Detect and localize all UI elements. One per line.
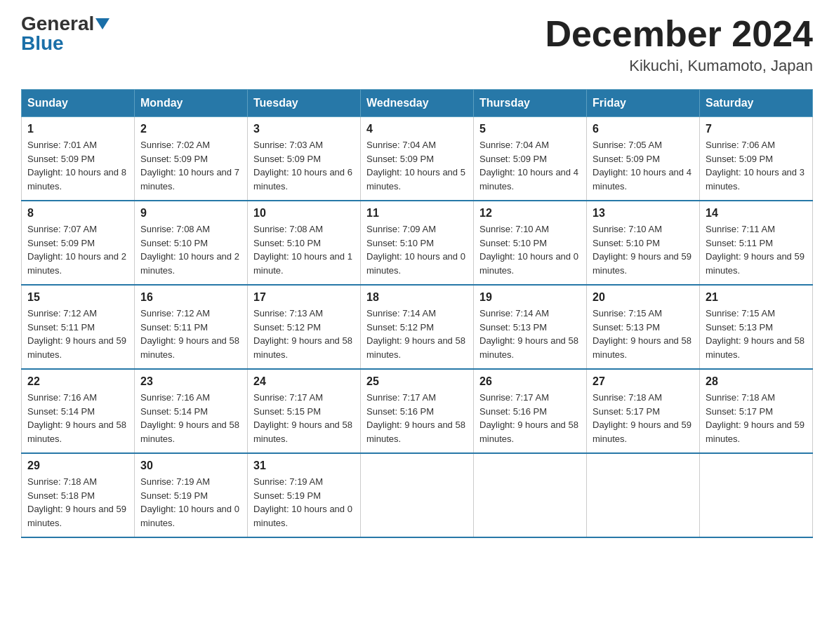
- calendar-day-cell: 3 Sunrise: 7:03 AM Sunset: 5:09 PM Dayli…: [248, 117, 361, 201]
- day-number: 20: [593, 291, 694, 304]
- day-number: 19: [479, 291, 581, 304]
- day-number: 27: [593, 375, 694, 388]
- day-number: 9: [140, 207, 241, 220]
- day-number: 23: [140, 375, 241, 388]
- day-number: 6: [593, 123, 694, 135]
- day-info: Sunrise: 7:04 AM Sunset: 5:09 PM Dayligh…: [479, 138, 581, 193]
- day-number: 12: [479, 207, 581, 220]
- day-number: 25: [366, 375, 468, 388]
- day-number: 2: [140, 123, 241, 135]
- calendar-day-cell: 12 Sunrise: 7:10 AM Sunset: 5:10 PM Dayl…: [474, 201, 587, 285]
- calendar-day-cell: 23 Sunrise: 7:16 AM Sunset: 5:14 PM Dayl…: [135, 369, 248, 453]
- day-info: Sunrise: 7:17 AM Sunset: 5:16 PM Dayligh…: [479, 391, 581, 445]
- day-info: Sunrise: 7:11 AM Sunset: 5:11 PM Dayligh…: [706, 222, 807, 277]
- calendar-week-row: 15 Sunrise: 7:12 AM Sunset: 5:11 PM Dayl…: [22, 285, 813, 369]
- day-info: Sunrise: 7:18 AM Sunset: 5:17 PM Dayligh…: [706, 391, 807, 445]
- calendar-day-cell: [474, 453, 587, 537]
- header-saturday: Saturday: [700, 90, 813, 117]
- day-number: 26: [479, 375, 581, 388]
- header-monday: Monday: [135, 90, 248, 117]
- calendar-day-cell: [700, 453, 813, 537]
- calendar-day-cell: 6 Sunrise: 7:05 AM Sunset: 5:09 PM Dayli…: [587, 117, 700, 201]
- header-tuesday: Tuesday: [248, 90, 361, 117]
- day-number: 28: [706, 375, 807, 388]
- day-number: 10: [253, 207, 355, 220]
- day-info: Sunrise: 7:16 AM Sunset: 5:14 PM Dayligh…: [140, 391, 241, 445]
- day-number: 17: [253, 291, 355, 304]
- header-wednesday: Wednesday: [361, 90, 474, 117]
- calendar-week-row: 1 Sunrise: 7:01 AM Sunset: 5:09 PM Dayli…: [22, 117, 813, 201]
- day-number: 1: [27, 123, 128, 135]
- day-info: Sunrise: 7:10 AM Sunset: 5:10 PM Dayligh…: [593, 222, 694, 277]
- calendar-day-cell: 1 Sunrise: 7:01 AM Sunset: 5:09 PM Dayli…: [22, 117, 135, 201]
- day-info: Sunrise: 7:10 AM Sunset: 5:10 PM Dayligh…: [479, 222, 581, 277]
- calendar-day-cell: [587, 453, 700, 537]
- calendar-week-row: 22 Sunrise: 7:16 AM Sunset: 5:14 PM Dayl…: [22, 369, 813, 453]
- calendar-title: December 2024: [545, 14, 813, 54]
- day-number: 22: [27, 375, 128, 388]
- day-info: Sunrise: 7:09 AM Sunset: 5:10 PM Dayligh…: [366, 222, 468, 277]
- calendar-week-row: 29 Sunrise: 7:18 AM Sunset: 5:18 PM Dayl…: [22, 453, 813, 537]
- header-friday: Friday: [587, 90, 700, 117]
- day-info: Sunrise: 7:06 AM Sunset: 5:09 PM Dayligh…: [706, 138, 807, 193]
- calendar-day-cell: 5 Sunrise: 7:04 AM Sunset: 5:09 PM Dayli…: [474, 117, 587, 201]
- calendar-header-row: Sunday Monday Tuesday Wednesday Thursday…: [22, 90, 813, 117]
- logo-blue: Blue: [21, 34, 64, 53]
- calendar-day-cell: 15 Sunrise: 7:12 AM Sunset: 5:11 PM Dayl…: [22, 285, 135, 369]
- day-info: Sunrise: 7:02 AM Sunset: 5:09 PM Dayligh…: [140, 138, 241, 193]
- day-info: Sunrise: 7:19 AM Sunset: 5:19 PM Dayligh…: [253, 475, 355, 530]
- title-block: December 2024 Kikuchi, Kumamoto, Japan: [545, 14, 813, 75]
- day-info: Sunrise: 7:14 AM Sunset: 5:13 PM Dayligh…: [479, 307, 581, 361]
- calendar-table: Sunday Monday Tuesday Wednesday Thursday…: [21, 89, 813, 538]
- day-info: Sunrise: 7:18 AM Sunset: 5:17 PM Dayligh…: [593, 391, 694, 445]
- calendar-day-cell: 11 Sunrise: 7:09 AM Sunset: 5:10 PM Dayl…: [361, 201, 474, 285]
- calendar-day-cell: 19 Sunrise: 7:14 AM Sunset: 5:13 PM Dayl…: [474, 285, 587, 369]
- calendar-week-row: 8 Sunrise: 7:07 AM Sunset: 5:09 PM Dayli…: [22, 201, 813, 285]
- day-info: Sunrise: 7:01 AM Sunset: 5:09 PM Dayligh…: [27, 138, 128, 193]
- day-number: 5: [479, 123, 581, 135]
- day-number: 16: [140, 291, 241, 304]
- calendar-day-cell: 17 Sunrise: 7:13 AM Sunset: 5:12 PM Dayl…: [248, 285, 361, 369]
- calendar-day-cell: 24 Sunrise: 7:17 AM Sunset: 5:15 PM Dayl…: [248, 369, 361, 453]
- calendar-day-cell: 21 Sunrise: 7:15 AM Sunset: 5:13 PM Dayl…: [700, 285, 813, 369]
- day-info: Sunrise: 7:07 AM Sunset: 5:09 PM Dayligh…: [27, 222, 128, 277]
- calendar-day-cell: 25 Sunrise: 7:17 AM Sunset: 5:16 PM Dayl…: [361, 369, 474, 453]
- day-info: Sunrise: 7:18 AM Sunset: 5:18 PM Dayligh…: [27, 475, 128, 530]
- calendar-day-cell: 2 Sunrise: 7:02 AM Sunset: 5:09 PM Dayli…: [135, 117, 248, 201]
- day-info: Sunrise: 7:19 AM Sunset: 5:19 PM Dayligh…: [140, 475, 241, 530]
- calendar-day-cell: 22 Sunrise: 7:16 AM Sunset: 5:14 PM Dayl…: [22, 369, 135, 453]
- day-number: 7: [706, 123, 807, 135]
- day-number: 14: [706, 207, 807, 220]
- day-info: Sunrise: 7:14 AM Sunset: 5:12 PM Dayligh…: [366, 307, 468, 361]
- day-number: 8: [27, 207, 128, 220]
- calendar-day-cell: [361, 453, 474, 537]
- day-info: Sunrise: 7:15 AM Sunset: 5:13 PM Dayligh…: [593, 307, 694, 361]
- day-number: 13: [593, 207, 694, 220]
- day-info: Sunrise: 7:17 AM Sunset: 5:16 PM Dayligh…: [366, 391, 468, 445]
- day-number: 31: [253, 459, 355, 472]
- day-number: 11: [366, 207, 468, 220]
- day-number: 21: [706, 291, 807, 304]
- logo: General Blue: [21, 14, 110, 53]
- calendar-day-cell: 4 Sunrise: 7:04 AM Sunset: 5:09 PM Dayli…: [361, 117, 474, 201]
- day-info: Sunrise: 7:15 AM Sunset: 5:13 PM Dayligh…: [706, 307, 807, 361]
- calendar-day-cell: 20 Sunrise: 7:15 AM Sunset: 5:13 PM Dayl…: [587, 285, 700, 369]
- logo-general: General: [21, 14, 94, 34]
- calendar-day-cell: 14 Sunrise: 7:11 AM Sunset: 5:11 PM Dayl…: [700, 201, 813, 285]
- calendar-day-cell: 10 Sunrise: 7:08 AM Sunset: 5:10 PM Dayl…: [248, 201, 361, 285]
- calendar-day-cell: 13 Sunrise: 7:10 AM Sunset: 5:10 PM Dayl…: [587, 201, 700, 285]
- day-info: Sunrise: 7:13 AM Sunset: 5:12 PM Dayligh…: [253, 307, 355, 361]
- logo-triangle-icon: [95, 18, 110, 29]
- day-info: Sunrise: 7:04 AM Sunset: 5:09 PM Dayligh…: [366, 138, 468, 193]
- calendar-day-cell: 18 Sunrise: 7:14 AM Sunset: 5:12 PM Dayl…: [361, 285, 474, 369]
- calendar-day-cell: 8 Sunrise: 7:07 AM Sunset: 5:09 PM Dayli…: [22, 201, 135, 285]
- day-info: Sunrise: 7:17 AM Sunset: 5:15 PM Dayligh…: [253, 391, 355, 445]
- calendar-day-cell: 27 Sunrise: 7:18 AM Sunset: 5:17 PM Dayl…: [587, 369, 700, 453]
- calendar-day-cell: 26 Sunrise: 7:17 AM Sunset: 5:16 PM Dayl…: [474, 369, 587, 453]
- calendar-day-cell: 7 Sunrise: 7:06 AM Sunset: 5:09 PM Dayli…: [700, 117, 813, 201]
- day-number: 24: [253, 375, 355, 388]
- day-number: 4: [366, 123, 468, 135]
- day-number: 29: [27, 459, 128, 472]
- calendar-subtitle: Kikuchi, Kumamoto, Japan: [545, 57, 813, 75]
- day-info: Sunrise: 7:03 AM Sunset: 5:09 PM Dayligh…: [253, 138, 355, 193]
